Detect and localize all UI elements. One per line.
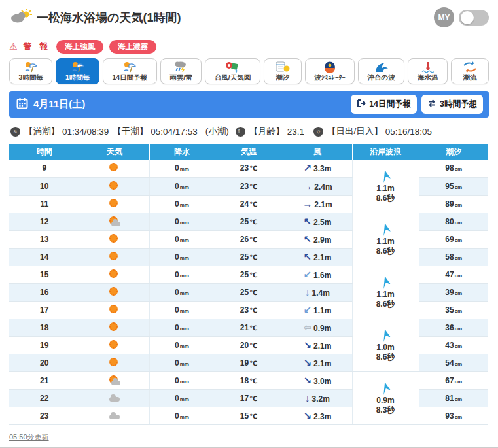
weather-cell — [80, 354, 149, 371]
tide-cell: 93cm — [419, 407, 488, 424]
temp-cell: 25℃ — [215, 283, 283, 301]
wave-height: 0.9m — [376, 396, 394, 405]
marine-warning-badge[interactable]: 海上濃霧 — [109, 40, 156, 54]
table-row: 18 0mm 21℃ ⇦0.9m 1.0m8.6秒 36cm — [9, 319, 488, 336]
precip-cell: 0mm — [149, 213, 215, 230]
toggle-knob — [461, 11, 474, 24]
hour-cell: 9 — [9, 160, 80, 177]
wind-cell: ↓1.4m — [283, 283, 352, 301]
hour-cell: 18 — [9, 319, 80, 336]
wind-cell: ↗3.3m — [283, 160, 352, 177]
sunny-icon — [107, 340, 122, 351]
tab-4[interactable]: 台風/天気図 — [205, 58, 260, 84]
tab-3[interactable]: 雨雲/雷 — [160, 58, 202, 84]
column-header: 潮汐 — [419, 144, 488, 160]
wind-cell: ↖2.9m — [283, 230, 352, 248]
precip-cell: 0mm — [149, 283, 215, 301]
temp-cell: 23℃ — [215, 160, 283, 177]
sunny-icon — [107, 287, 122, 298]
marine-warning-badge[interactable]: 海上強風 — [56, 40, 103, 54]
precip-cell: 0mm — [149, 160, 215, 177]
tab-5[interactable]: 潮汐 — [264, 58, 302, 84]
sunny-icon — [107, 234, 122, 245]
column-header: 時間 — [9, 144, 80, 160]
precip-cell: 0mm — [149, 195, 215, 213]
hour-cell: 13 — [9, 230, 80, 248]
wind-direction-arrow-icon: ↓ — [305, 286, 310, 298]
temp-cell: 23℃ — [215, 301, 283, 319]
sunny-icon — [107, 163, 122, 173]
wind-cell: ⇦0.9m — [283, 319, 352, 336]
weather-cell — [80, 195, 149, 213]
alert-badge-list: 海上強風海上濃霧 — [56, 40, 156, 54]
sunny-icon — [107, 305, 122, 315]
wave-simulator-icon — [321, 61, 338, 73]
tab-1[interactable]: 1時間毎 — [56, 58, 99, 84]
table-header-row: 時間天気降水気温風沿岸波浪潮汐 — [9, 144, 488, 160]
wave-period: 8.6秒 — [376, 300, 395, 309]
weather-cell — [80, 213, 149, 230]
weather-cell — [80, 389, 149, 407]
tab-2[interactable]: 14日間予報 — [103, 58, 157, 84]
three-hour-forecast-button[interactable]: 3時間予想 — [421, 95, 483, 114]
tab-9[interactable]: 潮流 — [451, 58, 489, 84]
wind-direction-arrow-icon: ↙ — [304, 304, 312, 315]
temp-cell: 18℃ — [215, 371, 283, 389]
precip-cell: 0mm — [149, 248, 215, 266]
hour-cell: 10 — [9, 177, 80, 195]
tide-cell: 81cm — [419, 389, 488, 407]
precip-cell: 0mm — [149, 319, 215, 336]
tide-icon: ≈ — [10, 127, 20, 137]
tab-label: 沖合の波 — [368, 73, 395, 82]
sunny-icon — [107, 269, 122, 280]
warning-label[interactable]: 警 報 — [24, 41, 51, 52]
tide-cell: 58cm — [419, 248, 488, 266]
precip-cell: 0mm — [149, 371, 215, 389]
table-row: 15 0mm 25℃ ↙1.6m 1.1m8.6秒 47cm — [9, 266, 488, 283]
tab-label: 雨雲/雷 — [169, 73, 192, 82]
sea-temperature-icon — [419, 61, 436, 73]
fourteen-day-forecast-button[interactable]: 14日間予報 — [351, 95, 417, 114]
coastal-wave-cell: 1.1m8.6秒 — [352, 213, 419, 266]
page-header: 一松海水浴場の天気(1時間) MY — [9, 0, 489, 33]
precip-cell: 0mm — [149, 177, 215, 195]
tide-phase: (小潮) — [205, 126, 229, 137]
precip-cell: 0mm — [149, 301, 215, 319]
column-header: 降水 — [149, 144, 215, 160]
tab-0[interactable]: 3時間毎 — [9, 58, 52, 84]
wind-cell: ↖2.5m — [283, 213, 352, 230]
wind-cell: ↙1.1m — [283, 301, 352, 319]
tide-cell: 47cm — [419, 266, 488, 283]
update-time-link[interactable]: 05:50分更新 — [9, 433, 49, 441]
wind-direction-arrow-icon: ↙ — [304, 269, 312, 280]
temp-cell: 24℃ — [215, 195, 283, 213]
weather-cell — [80, 248, 149, 266]
column-header: 天気 — [80, 144, 149, 160]
tab-8[interactable]: 海水温 — [408, 58, 448, 84]
table-row: 9 0mm 23℃ ↗3.3m 1.1m8.6秒 98cm — [9, 160, 488, 177]
hour-cell: 12 — [9, 213, 80, 230]
tide-cell: 36cm — [419, 319, 488, 336]
weather-cell — [80, 160, 149, 177]
tide-cell: 80cm — [419, 213, 488, 230]
tab-label: 1時間毎 — [65, 73, 90, 82]
high-tide-times: 01:34/08:39 — [62, 127, 109, 137]
tab-label: 台風/天気図 — [215, 73, 251, 82]
current-date: 4月11日(土) — [33, 98, 85, 111]
sunrise-sunset-times: 05:16/18:05 — [385, 127, 432, 137]
sunny-icon — [107, 358, 122, 368]
my-toggle-switch[interactable] — [459, 10, 489, 26]
rain-cloud-thunder-icon — [172, 61, 189, 73]
hour-cell: 14 — [9, 248, 80, 266]
wind-direction-arrow-icon: → — [302, 181, 312, 192]
precip-cell: 0mm — [149, 230, 215, 248]
tab-6[interactable]: 波ｼﾐｭﾚｰﾀｰ — [305, 58, 355, 84]
tab-7[interactable]: 沖合の波 — [358, 58, 404, 84]
wind-cell: ↘2.1m — [283, 336, 352, 354]
temp-cell: 26℃ — [215, 230, 283, 248]
my-page-button[interactable]: MY — [434, 7, 454, 27]
sunrise-sunset-label: 【日出/日入】 — [327, 126, 383, 137]
wave-period: 8.6秒 — [376, 353, 395, 362]
hour-cell: 15 — [9, 266, 80, 283]
wave-height: 1.0m — [376, 343, 394, 352]
